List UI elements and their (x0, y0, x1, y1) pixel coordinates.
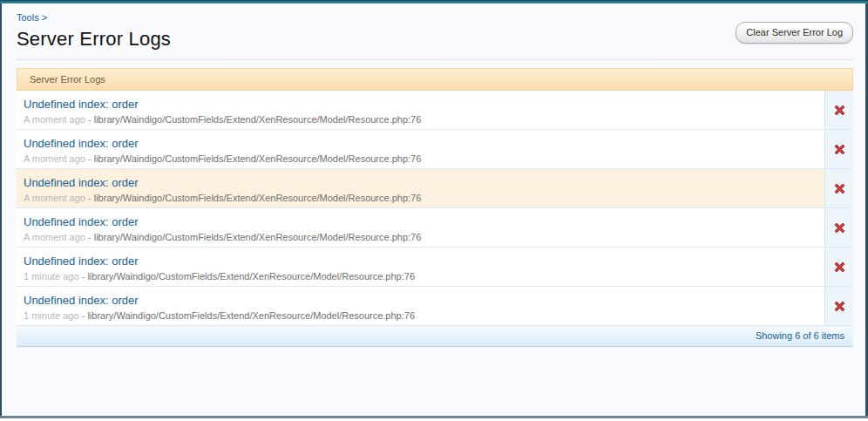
delete-cell[interactable] (824, 287, 853, 325)
error-file-path: library/Waindigo/CustomFields/Extend/Xen… (87, 310, 415, 321)
delete-x-icon[interactable] (834, 105, 845, 116)
delete-x-icon[interactable] (834, 144, 845, 155)
error-log-row[interactable]: Undefined index: order A moment ago - li… (17, 91, 853, 130)
error-meta: 1 minute ago - library/Waindigo/CustomFi… (24, 270, 816, 283)
error-meta: A moment ago - library/Waindigo/CustomFi… (24, 231, 816, 244)
server-error-logs-screen: Tools > Server Error Logs Clear Server E… (0, 0, 868, 421)
error-log-entry: Undefined index: order A moment ago - li… (17, 169, 824, 207)
error-title-link[interactable]: Undefined index: order (24, 98, 139, 112)
error-file-path: library/Waindigo/CustomFields/Extend/Xen… (94, 114, 422, 125)
delete-cell[interactable] (824, 91, 853, 129)
error-meta: A moment ago - library/Waindigo/CustomFi… (24, 192, 816, 205)
error-time: A moment ago (24, 232, 85, 242)
error-meta: A moment ago - library/Waindigo/CustomFi… (24, 113, 816, 126)
error-title-link[interactable]: Undefined index: order (24, 137, 139, 151)
delete-x-icon[interactable] (834, 183, 845, 194)
items-count-label: Showing 6 of 6 items (756, 330, 844, 341)
error-log-entry: Undefined index: order A moment ago - li… (17, 130, 824, 168)
meta-separator: - (88, 232, 92, 242)
window-bottom-border (0, 416, 868, 418)
meta-separator: - (88, 114, 92, 125)
meta-separator: - (88, 193, 92, 203)
delete-cell[interactable] (824, 130, 853, 168)
error-log-row[interactable]: Undefined index: order 1 minute ago - li… (17, 287, 853, 326)
error-log-row[interactable]: Undefined index: order A moment ago - li… (17, 208, 853, 248)
error-log-entry: Undefined index: order 1 minute ago - li… (17, 287, 824, 325)
error-time: A moment ago (24, 193, 85, 203)
error-title-link[interactable]: Undefined index: order (24, 176, 139, 190)
delete-cell[interactable] (824, 208, 853, 247)
admin-page: Tools > Server Error Logs Clear Server E… (0, 3, 868, 416)
error-title-link[interactable]: Undefined index: order (24, 215, 139, 229)
error-log-entry: Undefined index: order A moment ago - li… (17, 91, 824, 129)
error-title-link[interactable]: Undefined index: order (24, 294, 139, 308)
page-header: Tools > Server Error Logs Clear Server E… (2, 3, 865, 50)
panel-heading: Server Error Logs (17, 68, 853, 91)
error-time: 1 minute ago (24, 271, 79, 282)
error-log-panel: Server Error Logs Undefined index: order… (17, 68, 853, 347)
meta-separator: - (82, 271, 85, 282)
error-time: A moment ago (24, 114, 85, 125)
meta-separator: - (88, 153, 92, 164)
delete-x-icon[interactable] (834, 222, 845, 234)
delete-cell[interactable] (824, 248, 853, 286)
error-title-link[interactable]: Undefined index: order (24, 255, 139, 268)
list-footer: Showing 6 of 6 items (17, 326, 853, 347)
clear-server-error-log-button[interactable]: Clear Server Error Log (736, 22, 853, 44)
page-title: Server Error Logs (17, 29, 853, 50)
error-time: 1 minute ago (24, 310, 79, 321)
error-log-entry: Undefined index: order A moment ago - li… (17, 208, 824, 247)
delete-cell[interactable] (824, 169, 853, 207)
error-file-path: library/Waindigo/CustomFields/Extend/Xen… (87, 271, 415, 282)
window-top-border (0, 0, 868, 3)
meta-separator: - (82, 310, 85, 321)
error-meta: A moment ago - library/Waindigo/CustomFi… (24, 153, 816, 166)
error-file-path: library/Waindigo/CustomFields/Extend/Xen… (94, 153, 422, 164)
title-divider (17, 59, 853, 60)
breadcrumb[interactable]: Tools > (17, 11, 853, 24)
delete-x-icon[interactable] (834, 261, 845, 273)
error-log-entry: Undefined index: order 1 minute ago - li… (17, 248, 824, 286)
error-log-row[interactable]: Undefined index: order A moment ago - li… (17, 130, 853, 169)
error-meta: 1 minute ago - library/Waindigo/CustomFi… (24, 309, 816, 323)
error-log-row[interactable]: Undefined index: order 1 minute ago - li… (17, 248, 853, 287)
error-log-row[interactable]: Undefined index: order A moment ago - li… (17, 169, 853, 208)
error-file-path: library/Waindigo/CustomFields/Extend/Xen… (94, 232, 422, 242)
error-time: A moment ago (24, 153, 85, 164)
error-file-path: library/Waindigo/CustomFields/Extend/Xen… (94, 193, 422, 203)
delete-x-icon[interactable] (834, 301, 845, 312)
